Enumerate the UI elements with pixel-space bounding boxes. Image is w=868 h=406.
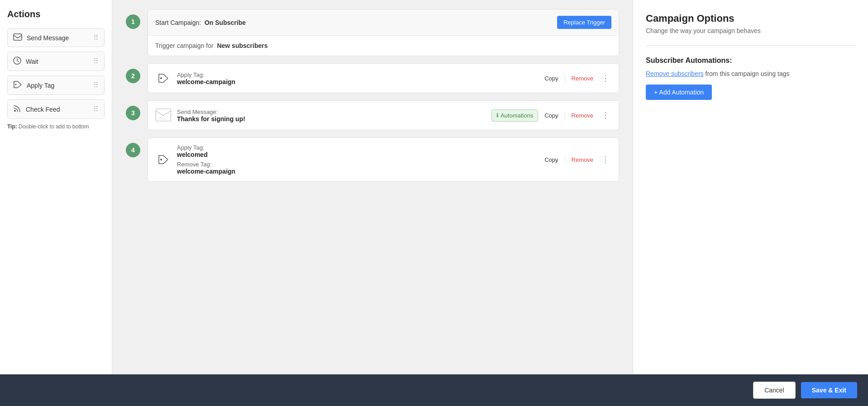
step-3-actions: ℹ Automations Copy Remove ⋮: [491, 109, 611, 122]
step-4-body: Apply Tag: welcomed Remove Tag: welcome-…: [148, 138, 619, 181]
step-3-envelope-icon: [155, 107, 172, 123]
step-2-content: Apply Tag: welcome-campaign: [177, 71, 536, 85]
remove-subscribers-link[interactable]: Remove subscribers: [646, 70, 704, 77]
step-4-divider: [565, 156, 565, 163]
step-3-more-button[interactable]: ⋮: [600, 110, 611, 120]
sidebar-item-label-check-feed: Check Feed: [26, 106, 60, 113]
add-automation-button[interactable]: + Add Automation: [646, 85, 712, 100]
step-3-copy-button[interactable]: Copy: [542, 110, 561, 121]
drag-handle-apply-tag: ⠿: [93, 81, 99, 90]
step-4-remove-label: Remove Tag:: [177, 161, 536, 168]
sidebar-item-check-feed[interactable]: Check Feed ⠿: [7, 99, 105, 119]
svg-point-4: [160, 77, 162, 79]
step-2-actions: Copy Remove ⋮: [542, 73, 611, 84]
sidebar-item-send-message[interactable]: Send Message ⠿: [7, 28, 105, 47]
step-1-wrapper: 1 Start Campaign: On Subscribe Replace T…: [126, 9, 619, 56]
drag-handle-wait: ⠿: [93, 57, 99, 66]
step-2-label: Apply Tag:: [177, 71, 536, 78]
step-2-body: Apply Tag: welcome-campaign Copy Remove …: [148, 64, 619, 93]
sidebar-item-apply-tag[interactable]: Apply Tag ⠿: [7, 76, 105, 95]
step-4-remove-button[interactable]: Remove: [569, 155, 596, 165]
cancel-button[interactable]: Cancel: [753, 382, 796, 399]
step-4-apply-label: Apply Tag:: [177, 144, 536, 151]
step-1-header-text: Start Campaign: On Subscribe: [155, 19, 246, 26]
start-campaign-trigger: On Subscribe: [205, 19, 246, 26]
step-2-more-button[interactable]: ⋮: [600, 73, 611, 83]
sidebar-item-label-apply-tag: Apply Tag: [27, 82, 54, 89]
envelope-icon: [13, 33, 22, 42]
step-3-automations-button[interactable]: ℹ Automations: [491, 109, 538, 122]
feed-icon: [13, 104, 21, 114]
svg-point-8: [160, 159, 162, 161]
automations-label: Automations: [501, 112, 533, 119]
step-3-value: Thanks for signing up!: [177, 115, 486, 123]
panel-body-text: Remove subscribers from this campaign us…: [646, 70, 855, 77]
save-exit-button[interactable]: Save & Exit: [801, 382, 857, 398]
panel-title: Campaign Options: [646, 13, 855, 24]
step-2-copy-button[interactable]: Copy: [542, 73, 561, 84]
step-2-value: welcome-campaign: [177, 78, 536, 85]
step-3-content: Send Message: Thanks for signing up!: [177, 109, 486, 123]
step-4-content: Apply Tag: welcomed Remove Tag: welcome-…: [177, 144, 536, 175]
sidebar: Actions Send Message ⠿: [0, 0, 112, 374]
right-panel: Campaign Options Change the way your cam…: [633, 0, 868, 374]
main-content: 1 Start Campaign: On Subscribe Replace T…: [112, 0, 633, 374]
sidebar-title: Actions: [7, 9, 105, 19]
footer: Cancel Save & Exit: [0, 374, 868, 406]
tip-body: Double-click to add to bottom: [17, 123, 89, 130]
step-3-card: Send Message: Thanks for signing up! ℹ A…: [148, 100, 619, 130]
step-1-header: Start Campaign: On Subscribe Replace Tri…: [148, 9, 619, 36]
step-4-copy-button[interactable]: Copy: [542, 155, 561, 165]
step-4-actions: Copy Remove ⋮: [542, 155, 611, 165]
replace-trigger-button[interactable]: Replace Trigger: [557, 16, 611, 29]
tip-label: Tip:: [7, 123, 17, 130]
step-2-divider: [565, 75, 565, 82]
step-1-number: 1: [126, 14, 140, 29]
step-3-label: Send Message:: [177, 109, 486, 115]
sidebar-item-label-send-message: Send Message: [27, 34, 69, 42]
step-3-remove-button[interactable]: Remove: [569, 110, 596, 121]
panel-section-title: Subscriber Automations:: [646, 57, 855, 65]
step-2-tag-icon: [155, 70, 172, 86]
step-4-more-button[interactable]: ⋮: [600, 155, 611, 165]
clock-icon: [13, 57, 21, 66]
svg-point-3: [14, 110, 16, 112]
panel-subtitle: Change the way your campaign behaves: [646, 27, 855, 34]
step-4-remove-value: welcome-campaign: [177, 168, 536, 175]
svg-point-2: [15, 84, 17, 85]
tip-text: Tip: Double-click to add to bottom: [7, 123, 105, 130]
step-4-number: 4: [126, 143, 140, 157]
step-3-wrapper: 3 Send Message: Thanks for signing up!: [126, 100, 619, 130]
step-4-tag-icon: [155, 151, 172, 168]
trigger-value: New subscribers: [217, 42, 267, 49]
start-campaign-prefix: Start Campaign:: [155, 19, 201, 26]
panel-divider: [646, 45, 855, 46]
drag-handle-check-feed: ⠿: [93, 105, 99, 113]
step-1-body: Trigger campaign for New subscribers: [148, 36, 619, 56]
drag-handle-send-message: ⠿: [93, 33, 99, 42]
automations-info-icon: ℹ: [496, 112, 499, 118]
step-2-wrapper: 2 Apply Tag: welcome-campaign Copy: [126, 63, 619, 93]
sidebar-item-label-wait: Wait: [26, 58, 38, 65]
trigger-prefix: Trigger campaign for: [155, 42, 214, 49]
step-4-apply-value: welcomed: [177, 151, 536, 158]
panel-body-suffix: from this campaign using tags: [704, 70, 790, 77]
svg-rect-0: [14, 34, 22, 40]
step-1-card: Start Campaign: On Subscribe Replace Tri…: [148, 9, 619, 56]
step-3-body: Send Message: Thanks for signing up! ℹ A…: [148, 101, 619, 130]
step-2-card: Apply Tag: welcome-campaign Copy Remove …: [148, 63, 619, 93]
step-2-number: 2: [126, 69, 140, 83]
step-3-number: 3: [126, 106, 140, 120]
step-4-card: Apply Tag: welcomed Remove Tag: welcome-…: [148, 137, 619, 182]
step-3-divider: [565, 112, 565, 119]
step-2-remove-button[interactable]: Remove: [569, 73, 596, 84]
step-4-wrapper: 4 Apply Tag: welcomed Remove Tag: welcom…: [126, 137, 619, 182]
sidebar-item-wait[interactable]: Wait ⠿: [7, 52, 105, 71]
tag-icon: [13, 80, 22, 90]
